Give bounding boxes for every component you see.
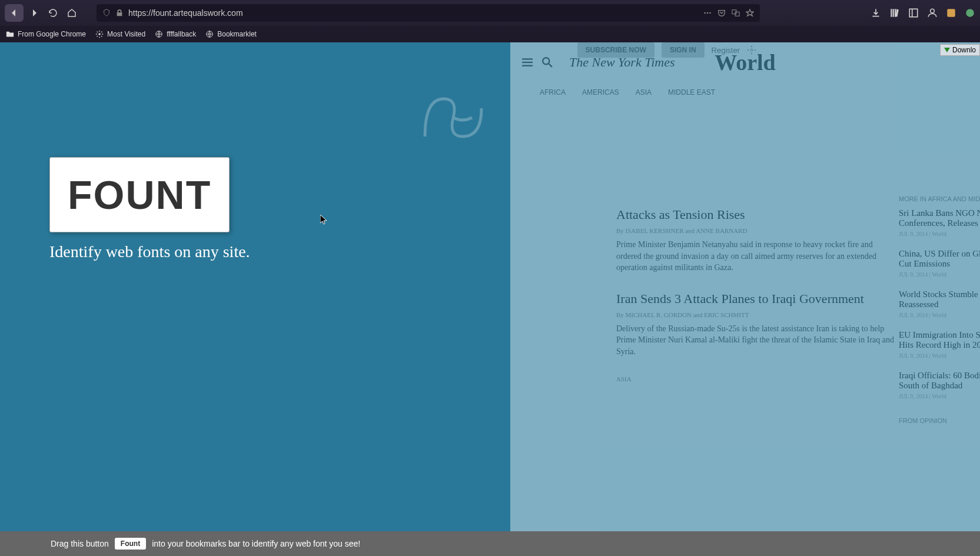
nav-button-group — [5, 4, 80, 22]
nav-item[interactable]: ASIA — [636, 88, 652, 96]
signin-button[interactable]: SIGN IN — [662, 42, 705, 58]
extension-icon-1[interactable] — [946, 8, 956, 18]
side-article-title: China, US Differ on Global Plan to Cut E… — [899, 249, 980, 269]
svg-point-13 — [98, 33, 101, 35]
side-article-date: JUL 9, 2014 | World — [899, 231, 980, 237]
side-article-title: EU Immigration Into Switzerland Hits Rec… — [899, 330, 980, 350]
article-headline[interactable]: Attacks as Tension Rises — [616, 207, 899, 222]
side-article-date: JUL 9, 2014 | World — [899, 271, 980, 278]
nav-item[interactable]: MIDDLE EAST — [668, 88, 715, 96]
article-summary: Prime Minister Benjamin Netanyahu said i… — [616, 239, 899, 274]
bookmark-label: ffffallback — [167, 30, 196, 38]
bookmark-from-chrome[interactable]: From Google Chrome — [6, 30, 86, 38]
subscribe-button[interactable]: SUBSCRIBE NOW — [577, 42, 655, 58]
svg-point-1 — [707, 12, 709, 14]
bookmark-most-visited[interactable]: Most Visited — [95, 30, 145, 38]
download-widget[interactable]: Downlo — [940, 44, 980, 56]
svg-rect-16 — [522, 58, 533, 59]
fount-tagline: Identify web fonts on any site. — [49, 242, 250, 261]
back-button[interactable] — [5, 4, 24, 22]
url-text: https://fount.artequalswork.com — [128, 8, 243, 18]
nyt-section-nav: AFRICA AMERICAS ASIA MIDDLE EAST — [510, 88, 745, 96]
url-actions — [703, 9, 754, 17]
globe-icon — [205, 30, 214, 38]
side-article[interactable]: Sri Lanka Bans NGO News Conferences, Rel… — [899, 208, 980, 237]
nyt-main-articles: Attacks as Tension Rises By ISABEL KERSH… — [616, 207, 899, 388]
sidebar-icon[interactable] — [908, 8, 919, 18]
svg-point-19 — [543, 58, 549, 64]
article-byline: By ISABEL KERSHNER and ANNE BARNARD — [616, 227, 899, 234]
shield-icon — [102, 9, 111, 17]
side-article[interactable]: Iraqi Officials: 60 Bodies Found South o… — [899, 371, 980, 399]
side-article[interactable]: EU Immigration Into Switzerland Hits Rec… — [899, 330, 980, 359]
fount-title: FOUNT — [68, 172, 211, 218]
side-article-date: JUL 9, 2014 | World — [899, 352, 980, 359]
bookmarks-bar: From Google Chrome Most Visited ffffallb… — [0, 26, 980, 42]
hamburger-icon[interactable] — [522, 57, 533, 68]
asia-section-label: ASIA — [616, 375, 899, 382]
gear-icon — [95, 30, 104, 38]
svg-point-0 — [704, 12, 706, 14]
side-article-title: Iraqi Officials: 60 Bodies Found South o… — [899, 371, 980, 391]
browser-toolbar: https://fount.artequalswork.com — [0, 0, 980, 26]
register-link[interactable]: Register — [712, 46, 740, 55]
account-icon[interactable] — [927, 8, 938, 18]
svg-rect-6 — [893, 9, 894, 17]
side-section-label: MORE IN AFRICA AND MIDDLE EAST — [899, 195, 980, 202]
bookmark-label: Bookmarklet — [217, 30, 257, 38]
nav-item[interactable]: AFRICA — [540, 88, 566, 96]
svg-rect-17 — [522, 62, 533, 63]
nyt-header-right: SUBSCRIBE NOW SIGN IN Register — [577, 42, 756, 58]
svg-rect-8 — [909, 9, 918, 17]
fount-bookmarklet-button[interactable]: Fount — [115, 538, 146, 550]
svg-line-20 — [549, 64, 552, 67]
url-bar[interactable]: https://fount.artequalswork.com — [97, 4, 760, 22]
svg-point-10 — [931, 9, 935, 13]
article-byline: By MICHAEL R. GORDON and ERIC SCHMITT — [616, 311, 899, 318]
fount-script-logo — [406, 71, 500, 165]
from-opinion-label: FROM OPINION — [899, 417, 980, 424]
bookmark-label: From Google Chrome — [18, 30, 86, 38]
article-item: Iran Sends 3 Attack Planes to Iraqi Gove… — [616, 291, 899, 358]
lock-icon — [115, 9, 124, 17]
reload-button[interactable] — [45, 5, 61, 21]
instruction-text-pre: Drag this button — [51, 539, 109, 548]
article-item: Attacks as Tension Rises By ISABEL KERSH… — [616, 207, 899, 274]
svg-point-2 — [709, 12, 711, 14]
bookmark-star-icon[interactable] — [746, 9, 754, 17]
article-headline[interactable]: Iran Sends 3 Attack Planes to Iraqi Gove… — [616, 291, 899, 307]
side-article[interactable]: World Stocks Stumble as Gains Reassessed… — [899, 289, 980, 318]
bookmark-ffffallback[interactable]: ffffallback — [155, 30, 196, 38]
pocket-icon[interactable] — [717, 9, 726, 17]
download-arrow-icon — [944, 48, 950, 52]
bookmark-bookmarklet[interactable]: Bookmarklet — [205, 30, 257, 38]
bookmark-label: Most Visited — [107, 30, 145, 38]
globe-icon — [155, 30, 163, 38]
nav-item[interactable]: AMERICAS — [582, 88, 619, 96]
side-article[interactable]: China, US Differ on Global Plan to Cut E… — [899, 249, 980, 278]
nyt-side-articles: MORE IN AFRICA AND MIDDLE EAST Sri Lanka… — [899, 195, 980, 430]
extension-icon-2[interactable] — [965, 8, 975, 18]
downloads-icon[interactable] — [871, 8, 881, 18]
side-article-date: JUL 9, 2014 | World — [899, 312, 980, 318]
forward-button[interactable] — [26, 5, 42, 21]
more-icon[interactable] — [703, 9, 712, 17]
toolbar-right — [871, 8, 975, 18]
folder-icon — [6, 30, 14, 38]
side-article-title: Sri Lanka Bans NGO News Conferences, Rel… — [899, 208, 980, 228]
svg-rect-5 — [891, 9, 892, 17]
search-icon[interactable] — [542, 57, 553, 68]
home-button[interactable] — [64, 5, 80, 21]
fount-title-card: FOUNT — [49, 157, 230, 232]
svg-rect-11 — [947, 9, 955, 17]
article-summary: Delivery of the Russian-made Su-25s is t… — [616, 323, 899, 358]
svg-point-12 — [966, 9, 974, 17]
translate-icon[interactable] — [732, 9, 740, 17]
library-icon[interactable] — [889, 8, 900, 18]
settings-gear-icon[interactable] — [747, 45, 756, 55]
side-article-date: JUL 9, 2014 | World — [899, 393, 980, 399]
page-viewport: The New York Times World SUBSCRIBE NOW S… — [0, 42, 980, 556]
bg-right-pane: The New York Times World SUBSCRIBE NOW S… — [510, 42, 980, 556]
svg-rect-18 — [522, 65, 533, 66]
instruction-text-post: into your bookmarks bar to identify any … — [152, 539, 360, 548]
